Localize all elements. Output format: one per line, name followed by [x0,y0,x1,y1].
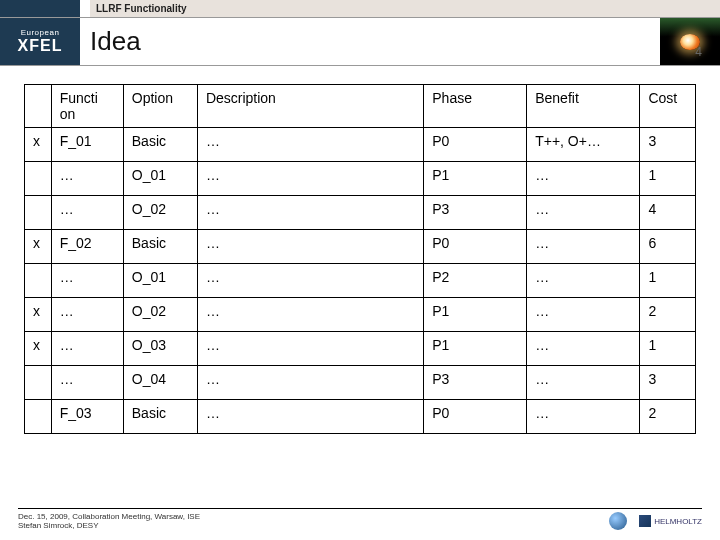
cell-description: … [197,298,423,332]
footer-logos: HELMHOLTZ [609,512,702,530]
cell-option: Basic [123,128,197,162]
cell-option: Basic [123,400,197,434]
cell-function: … [51,298,123,332]
table-row: xF_01Basic…P0T++, O+…3 [25,128,696,162]
topbar-gap [80,0,90,17]
cell-phase: P1 [424,332,527,366]
cell-benefit: … [527,264,640,298]
cell-phase: P3 [424,196,527,230]
cell-phase: P0 [424,128,527,162]
footer-line2: Stefan Simrock, DESY [18,521,200,530]
cell-option: O_02 [123,196,197,230]
cell-description: … [197,128,423,162]
cell-function: … [51,264,123,298]
table-row: x…O_02…P1…2 [25,298,696,332]
header-image [660,18,720,65]
cell-function: F_02 [51,230,123,264]
topbar-label: LLRF Functionality [90,3,187,14]
table-row: …O_01…P1…1 [25,162,696,196]
cell-mark [25,366,52,400]
cell-description: … [197,162,423,196]
cell-phase: P2 [424,264,527,298]
footer-line1: Dec. 15, 2009, Collaboration Meeting, Wa… [18,512,200,521]
cell-mark [25,162,52,196]
helmholtz-icon [639,515,651,527]
cell-option: O_01 [123,264,197,298]
table-header-row: Functi on Option Description Phase Benef… [25,85,696,128]
header-benefit: Benefit [527,85,640,128]
topbar-accent [0,0,80,17]
cell-benefit: … [527,298,640,332]
cell-mark: x [25,128,52,162]
cell-function: … [51,196,123,230]
cell-cost: 3 [640,128,696,162]
slide-number: 4 [695,45,702,59]
header-phase: Phase [424,85,527,128]
cell-description: … [197,332,423,366]
content-area: Functi on Option Description Phase Benef… [0,66,720,434]
cell-mark: x [25,332,52,366]
cell-phase: P1 [424,298,527,332]
cell-benefit: … [527,400,640,434]
header-function: Functi on [51,85,123,128]
cell-mark [25,264,52,298]
cell-phase: P3 [424,366,527,400]
helmholtz-text: HELMHOLTZ [654,517,702,526]
cell-benefit: … [527,366,640,400]
cell-cost: 6 [640,230,696,264]
cell-mark: x [25,230,52,264]
cell-mark [25,196,52,230]
table-row: …O_04…P3…3 [25,366,696,400]
cell-description: … [197,400,423,434]
header-description: Description [197,85,423,128]
table-row: …O_01…P2…1 [25,264,696,298]
topbar: LLRF Functionality [0,0,720,18]
cell-function: … [51,162,123,196]
sphere-logo-icon [609,512,627,530]
cell-function: … [51,366,123,400]
cell-description: … [197,230,423,264]
table-body: xF_01Basic…P0T++, O+…3…O_01…P1…1…O_02…P3… [25,128,696,434]
cell-phase: P1 [424,162,527,196]
cell-benefit: … [527,332,640,366]
cell-function: F_01 [51,128,123,162]
table-row: …O_02…P3…4 [25,196,696,230]
cell-option: O_04 [123,366,197,400]
table-row: x…O_03…P1…1 [25,332,696,366]
cell-benefit: … [527,196,640,230]
cell-cost: 1 [640,162,696,196]
cell-phase: P0 [424,400,527,434]
cell-cost: 2 [640,400,696,434]
cell-option: O_01 [123,162,197,196]
cell-benefit: T++, O+… [527,128,640,162]
logo-top-text: European [21,28,60,37]
table-row: F_03Basic…P0…2 [25,400,696,434]
cell-mark [25,400,52,434]
cell-function: … [51,332,123,366]
idea-table: Functi on Option Description Phase Benef… [24,84,696,434]
cell-option: Basic [123,230,197,264]
cell-description: … [197,196,423,230]
cell-option: O_02 [123,298,197,332]
cell-cost: 3 [640,366,696,400]
header-option: Option [123,85,197,128]
helmholtz-logo: HELMHOLTZ [639,515,702,527]
footer: Dec. 15, 2009, Collaboration Meeting, Wa… [18,508,702,530]
cell-benefit: … [527,230,640,264]
cell-phase: P0 [424,230,527,264]
xfel-logo: European XFEL [0,18,80,65]
cell-cost: 2 [640,298,696,332]
cell-function: F_03 [51,400,123,434]
header-cost: Cost [640,85,696,128]
cell-option: O_03 [123,332,197,366]
cell-cost: 4 [640,196,696,230]
table-row: xF_02Basic…P0…6 [25,230,696,264]
logo-main-text: XFEL [18,37,63,55]
cell-mark: x [25,298,52,332]
cell-description: … [197,264,423,298]
header: European XFEL Idea 4 [0,18,720,66]
cell-cost: 1 [640,264,696,298]
header-mark [25,85,52,128]
slide-title: Idea [80,18,660,65]
cell-cost: 1 [640,332,696,366]
